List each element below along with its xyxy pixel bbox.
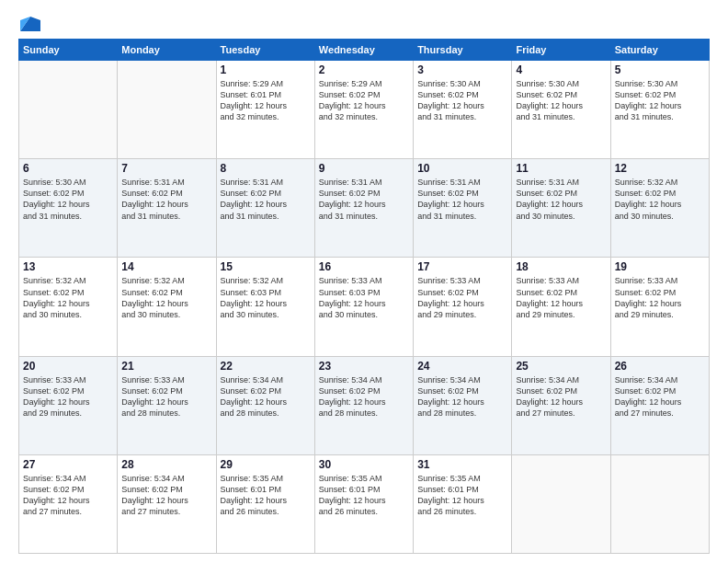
day-info: Sunrise: 5:34 AM Sunset: 6:02 PM Dayligh… bbox=[121, 473, 211, 518]
calendar-cell: 16Sunrise: 5:33 AM Sunset: 6:03 PM Dayli… bbox=[314, 258, 413, 356]
day-info: Sunrise: 5:35 AM Sunset: 6:01 PM Dayligh… bbox=[221, 473, 311, 518]
day-number: 27 bbox=[23, 458, 113, 471]
calendar-cell: 11Sunrise: 5:31 AM Sunset: 6:02 PM Dayli… bbox=[512, 159, 610, 258]
day-info: Sunrise: 5:32 AM Sunset: 6:02 PM Dayligh… bbox=[615, 177, 705, 222]
day-info: Sunrise: 5:33 AM Sunset: 6:02 PM Dayligh… bbox=[417, 275, 507, 320]
calendar-table: SundayMondayTuesdayWednesdayThursdayFrid… bbox=[18, 39, 710, 554]
calendar-cell: 31Sunrise: 5:35 AM Sunset: 6:01 PM Dayli… bbox=[414, 454, 512, 553]
day-info: Sunrise: 5:34 AM Sunset: 6:02 PM Dayligh… bbox=[319, 374, 409, 419]
page: SundayMondayTuesdayWednesdayThursdayFrid… bbox=[0, 0, 728, 563]
day-info: Sunrise: 5:32 AM Sunset: 6:02 PM Dayligh… bbox=[23, 275, 113, 320]
calendar-cell: 17Sunrise: 5:33 AM Sunset: 6:02 PM Dayli… bbox=[414, 258, 512, 356]
day-number: 8 bbox=[221, 162, 311, 175]
day-number: 20 bbox=[23, 360, 113, 373]
day-number: 2 bbox=[319, 63, 409, 76]
day-number: 19 bbox=[615, 260, 705, 273]
day-number: 13 bbox=[23, 260, 113, 273]
calendar-cell: 30Sunrise: 5:35 AM Sunset: 6:01 PM Dayli… bbox=[314, 454, 413, 553]
day-info: Sunrise: 5:29 AM Sunset: 6:01 PM Dayligh… bbox=[221, 78, 311, 123]
weekday-header-monday: Monday bbox=[118, 40, 216, 61]
day-number: 29 bbox=[221, 458, 311, 471]
day-number: 5 bbox=[615, 63, 705, 76]
calendar-cell: 15Sunrise: 5:32 AM Sunset: 6:03 PM Dayli… bbox=[216, 258, 314, 356]
day-number: 30 bbox=[319, 458, 409, 471]
calendar-cell: 5Sunrise: 5:30 AM Sunset: 6:02 PM Daylig… bbox=[610, 61, 709, 159]
day-number: 26 bbox=[615, 360, 705, 373]
day-info: Sunrise: 5:34 AM Sunset: 6:02 PM Dayligh… bbox=[221, 374, 311, 419]
day-number: 14 bbox=[121, 260, 211, 273]
day-number: 6 bbox=[23, 162, 113, 175]
calendar-cell bbox=[512, 454, 610, 553]
calendar-cell: 6Sunrise: 5:30 AM Sunset: 6:02 PM Daylig… bbox=[19, 159, 118, 258]
day-number: 7 bbox=[121, 162, 211, 175]
day-info: Sunrise: 5:34 AM Sunset: 6:02 PM Dayligh… bbox=[516, 374, 606, 419]
day-number: 31 bbox=[417, 458, 507, 471]
day-info: Sunrise: 5:33 AM Sunset: 6:02 PM Dayligh… bbox=[121, 374, 211, 419]
calendar-week-row: 20Sunrise: 5:33 AM Sunset: 6:02 PM Dayli… bbox=[19, 356, 710, 454]
day-info: Sunrise: 5:31 AM Sunset: 6:02 PM Dayligh… bbox=[516, 177, 606, 222]
weekday-header-saturday: Saturday bbox=[610, 40, 709, 61]
day-info: Sunrise: 5:29 AM Sunset: 6:02 PM Dayligh… bbox=[319, 78, 409, 123]
calendar-cell bbox=[19, 61, 118, 159]
day-number: 15 bbox=[221, 260, 311, 273]
day-info: Sunrise: 5:34 AM Sunset: 6:02 PM Dayligh… bbox=[615, 374, 705, 419]
calendar-cell: 9Sunrise: 5:31 AM Sunset: 6:02 PM Daylig… bbox=[314, 159, 413, 258]
day-number: 28 bbox=[121, 458, 211, 471]
logo-icon bbox=[20, 17, 40, 31]
day-info: Sunrise: 5:32 AM Sunset: 6:03 PM Dayligh… bbox=[221, 275, 311, 320]
weekday-header-row: SundayMondayTuesdayWednesdayThursdayFrid… bbox=[19, 40, 710, 61]
day-number: 23 bbox=[319, 360, 409, 373]
day-number: 25 bbox=[516, 360, 606, 373]
calendar-cell: 1Sunrise: 5:29 AM Sunset: 6:01 PM Daylig… bbox=[216, 61, 314, 159]
day-number: 11 bbox=[516, 162, 606, 175]
day-info: Sunrise: 5:30 AM Sunset: 6:02 PM Dayligh… bbox=[417, 78, 507, 123]
header bbox=[18, 17, 710, 31]
day-number: 3 bbox=[417, 63, 507, 76]
day-info: Sunrise: 5:31 AM Sunset: 6:02 PM Dayligh… bbox=[121, 177, 211, 222]
day-info: Sunrise: 5:35 AM Sunset: 6:01 PM Dayligh… bbox=[319, 473, 409, 518]
day-info: Sunrise: 5:30 AM Sunset: 6:02 PM Dayligh… bbox=[23, 177, 113, 222]
calendar-cell: 4Sunrise: 5:30 AM Sunset: 6:02 PM Daylig… bbox=[512, 61, 610, 159]
calendar-cell: 18Sunrise: 5:33 AM Sunset: 6:02 PM Dayli… bbox=[512, 258, 610, 356]
calendar-cell: 10Sunrise: 5:31 AM Sunset: 6:02 PM Dayli… bbox=[414, 159, 512, 258]
weekday-header-sunday: Sunday bbox=[19, 40, 118, 61]
calendar-week-row: 27Sunrise: 5:34 AM Sunset: 6:02 PM Dayli… bbox=[19, 454, 710, 553]
day-info: Sunrise: 5:31 AM Sunset: 6:02 PM Dayligh… bbox=[221, 177, 311, 222]
day-info: Sunrise: 5:32 AM Sunset: 6:02 PM Dayligh… bbox=[121, 275, 211, 320]
day-info: Sunrise: 5:33 AM Sunset: 6:02 PM Dayligh… bbox=[23, 374, 113, 419]
day-info: Sunrise: 5:31 AM Sunset: 6:02 PM Dayligh… bbox=[417, 177, 507, 222]
day-number: 1 bbox=[221, 63, 311, 76]
day-number: 16 bbox=[319, 260, 409, 273]
logo bbox=[18, 17, 40, 31]
calendar-cell: 13Sunrise: 5:32 AM Sunset: 6:02 PM Dayli… bbox=[19, 258, 118, 356]
day-info: Sunrise: 5:33 AM Sunset: 6:02 PM Dayligh… bbox=[615, 275, 705, 320]
calendar-cell: 7Sunrise: 5:31 AM Sunset: 6:02 PM Daylig… bbox=[118, 159, 216, 258]
calendar-cell bbox=[118, 61, 216, 159]
calendar-cell: 20Sunrise: 5:33 AM Sunset: 6:02 PM Dayli… bbox=[19, 356, 118, 454]
day-info: Sunrise: 5:30 AM Sunset: 6:02 PM Dayligh… bbox=[615, 78, 705, 123]
day-number: 22 bbox=[221, 360, 311, 373]
calendar-cell: 12Sunrise: 5:32 AM Sunset: 6:02 PM Dayli… bbox=[610, 159, 709, 258]
weekday-header-friday: Friday bbox=[512, 40, 610, 61]
day-info: Sunrise: 5:31 AM Sunset: 6:02 PM Dayligh… bbox=[319, 177, 409, 222]
day-info: Sunrise: 5:33 AM Sunset: 6:02 PM Dayligh… bbox=[516, 275, 606, 320]
calendar-cell bbox=[610, 454, 709, 553]
day-number: 12 bbox=[615, 162, 705, 175]
day-number: 18 bbox=[516, 260, 606, 273]
calendar-cell: 2Sunrise: 5:29 AM Sunset: 6:02 PM Daylig… bbox=[314, 61, 413, 159]
day-number: 9 bbox=[319, 162, 409, 175]
calendar-cell: 26Sunrise: 5:34 AM Sunset: 6:02 PM Dayli… bbox=[610, 356, 709, 454]
calendar-week-row: 13Sunrise: 5:32 AM Sunset: 6:02 PM Dayli… bbox=[19, 258, 710, 356]
calendar-week-row: 6Sunrise: 5:30 AM Sunset: 6:02 PM Daylig… bbox=[19, 159, 710, 258]
weekday-header-tuesday: Tuesday bbox=[216, 40, 314, 61]
day-number: 10 bbox=[417, 162, 507, 175]
calendar-cell: 3Sunrise: 5:30 AM Sunset: 6:02 PM Daylig… bbox=[414, 61, 512, 159]
day-info: Sunrise: 5:35 AM Sunset: 6:01 PM Dayligh… bbox=[417, 473, 507, 518]
calendar-cell: 22Sunrise: 5:34 AM Sunset: 6:02 PM Dayli… bbox=[216, 356, 314, 454]
weekday-header-thursday: Thursday bbox=[414, 40, 512, 61]
calendar-cell: 23Sunrise: 5:34 AM Sunset: 6:02 PM Dayli… bbox=[314, 356, 413, 454]
calendar-cell: 27Sunrise: 5:34 AM Sunset: 6:02 PM Dayli… bbox=[19, 454, 118, 553]
calendar-cell: 14Sunrise: 5:32 AM Sunset: 6:02 PM Dayli… bbox=[118, 258, 216, 356]
day-number: 21 bbox=[121, 360, 211, 373]
calendar-cell: 29Sunrise: 5:35 AM Sunset: 6:01 PM Dayli… bbox=[216, 454, 314, 553]
